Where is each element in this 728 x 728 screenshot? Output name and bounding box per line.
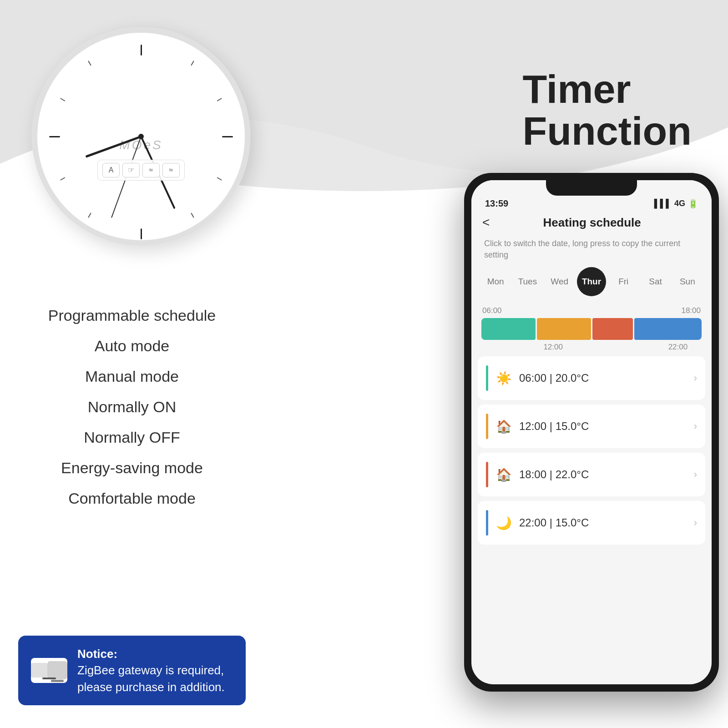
battery-icon: 🔋 bbox=[688, 199, 698, 209]
clock-face: MOeS A ☞ ≈ ≈ bbox=[41, 36, 241, 237]
day-btn-sat[interactable]: Sat bbox=[641, 267, 670, 296]
schedule-color-bar-2 bbox=[486, 462, 488, 487]
network-type: 4G bbox=[674, 199, 685, 208]
timeline-sub-labels: 12:00 22:00 bbox=[481, 340, 702, 352]
schedule-item-3[interactable]: 🌙 22:00 | 15.0°C › bbox=[478, 501, 705, 545]
timer-function-title: Timer Function bbox=[523, 68, 692, 152]
schedule-color-bar-3 bbox=[486, 510, 488, 536]
day-selector: Mon Tues Wed Thur Fri Sat Sun bbox=[471, 267, 712, 304]
clock-btn-mode3[interactable]: ≈ bbox=[142, 163, 160, 177]
clock-mode-buttons: A ☞ ≈ ≈ bbox=[97, 160, 185, 181]
notice-text: Notice: ZigBee gateway is required,pleas… bbox=[77, 646, 225, 695]
chevron-icon-1: › bbox=[694, 420, 697, 432]
day-btn-wed[interactable]: Wed bbox=[545, 267, 574, 296]
timeline-sublabel-2: 22:00 bbox=[668, 343, 688, 352]
day-btn-sun[interactable]: Sun bbox=[673, 267, 702, 296]
timeline-bar bbox=[481, 318, 702, 340]
notice-device-icon bbox=[31, 658, 67, 683]
timeline-label-start: 06:00 bbox=[482, 306, 502, 315]
timeline-seg-0 bbox=[481, 318, 536, 340]
clock-container: MOeS A ☞ ≈ ≈ bbox=[32, 27, 259, 255]
feature-item-2: Manual mode bbox=[27, 361, 237, 392]
feature-item-3: Normally ON bbox=[27, 392, 237, 422]
clock-btn-mode4[interactable]: ≈ bbox=[162, 163, 180, 177]
phone-notch bbox=[546, 180, 637, 196]
schedule-list: ☀️ 06:00 | 20.0°C › 🏠 12:00 | 15.0°C › bbox=[471, 352, 712, 554]
feature-item-4: Normally OFF bbox=[27, 422, 237, 453]
feature-item-6: Comfortable mode bbox=[27, 483, 237, 514]
clock-brand: MOeS bbox=[119, 138, 162, 152]
timeline-sublabel-1: 12:00 bbox=[543, 343, 563, 352]
schedule-info-1: 12:00 | 15.0°C bbox=[519, 420, 687, 433]
schedule-color-bar-0 bbox=[486, 365, 488, 391]
clock-btn-auto[interactable]: A bbox=[102, 163, 120, 177]
timer-title-line2: Function bbox=[523, 110, 692, 152]
notice-body: ZigBee gateway is required,please purcha… bbox=[77, 662, 225, 695]
timer-title-line1: Timer bbox=[523, 68, 692, 110]
timeline-seg-1 bbox=[537, 318, 591, 340]
notice-title: Notice: bbox=[77, 646, 225, 662]
app-header: < Heating schedule bbox=[471, 212, 712, 236]
day-btn-tues[interactable]: Tues bbox=[513, 267, 542, 296]
day-btn-thur[interactable]: Thur bbox=[577, 267, 606, 296]
chevron-icon-3: › bbox=[694, 517, 697, 529]
clock-outer: MOeS A ☞ ≈ ≈ bbox=[32, 27, 250, 246]
timeline-container: 06:00 18:00 12:00 22:00 bbox=[471, 304, 712, 352]
timeline-top-labels: 06:00 18:00 bbox=[481, 306, 702, 315]
timeline-label-mid: 18:00 bbox=[681, 306, 701, 315]
schedule-info-3: 22:00 | 15.0°C bbox=[519, 516, 687, 529]
schedule-item-1[interactable]: 🏠 12:00 | 15.0°C › bbox=[478, 404, 705, 448]
day-btn-mon[interactable]: Mon bbox=[481, 267, 510, 296]
schedule-icon-sun: ☀️ bbox=[495, 371, 512, 386]
phone-container: 13:59 ▌▌▌ 4G 🔋 < Heating schedule Click … bbox=[464, 173, 719, 692]
feature-item-1: Auto mode bbox=[27, 331, 237, 361]
schedule-icon-home1: 🏠 bbox=[495, 419, 512, 434]
feature-item-5: Energy-saving mode bbox=[27, 453, 237, 483]
signal-icon: ▌▌▌ bbox=[654, 199, 672, 208]
schedule-icon-home2: 🏠 bbox=[495, 467, 512, 482]
schedule-icon-moon: 🌙 bbox=[495, 516, 512, 531]
timeline-seg-2 bbox=[592, 318, 633, 340]
chevron-icon-0: › bbox=[694, 372, 697, 384]
schedule-item-2[interactable]: 🏠 18:00 | 22.0°C › bbox=[478, 453, 705, 496]
day-btn-fri[interactable]: Fri bbox=[609, 267, 638, 296]
phone-screen: 13:59 ▌▌▌ 4G 🔋 < Heating schedule Click … bbox=[471, 180, 712, 684]
chevron-icon-2: › bbox=[694, 469, 697, 480]
back-button[interactable]: < bbox=[482, 215, 490, 230]
phone-shell: 13:59 ▌▌▌ 4G 🔋 < Heating schedule Click … bbox=[464, 173, 719, 692]
feature-item-0: Programmable schedule bbox=[27, 300, 237, 331]
status-right: ▌▌▌ 4G 🔋 bbox=[654, 199, 698, 209]
app-title: Heating schedule bbox=[497, 216, 687, 230]
schedule-info-2: 18:00 | 22.0°C bbox=[519, 468, 687, 481]
features-list: Programmable schedule Auto mode Manual m… bbox=[27, 300, 237, 514]
status-time: 13:59 bbox=[485, 198, 508, 209]
instruction-text: Click to switch the date, long press to … bbox=[471, 236, 712, 267]
schedule-info-0: 06:00 | 20.0°C bbox=[519, 372, 687, 384]
schedule-item-0[interactable]: ☀️ 06:00 | 20.0°C › bbox=[478, 356, 705, 400]
timeline-seg-3 bbox=[634, 318, 702, 340]
clock-btn-manual[interactable]: ☞ bbox=[122, 163, 140, 177]
clock-center-dot bbox=[138, 134, 144, 139]
schedule-color-bar-1 bbox=[486, 414, 488, 439]
notice-box: Notice: ZigBee gateway is required,pleas… bbox=[18, 636, 246, 705]
